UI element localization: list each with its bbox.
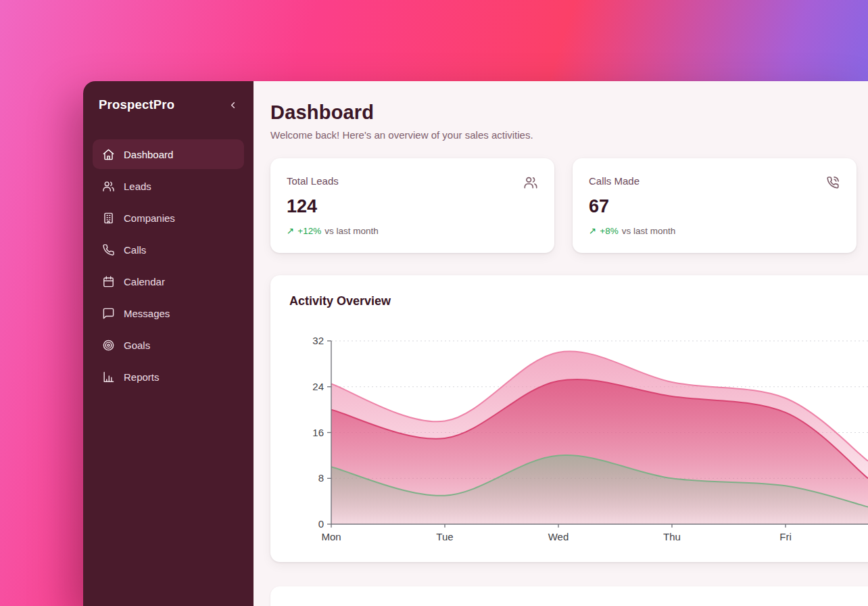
sidebar-item-label: Calendar (124, 276, 165, 287)
sidebar: ProspectPro Dashboard Leads Companies Ca… (83, 81, 254, 606)
x-tick-label: Wed (548, 531, 569, 542)
phone-icon (102, 243, 115, 256)
sidebar-header: ProspectPro (93, 96, 244, 114)
y-tick-label: 8 (318, 472, 324, 484)
trend-period: vs last month (324, 226, 379, 236)
page-subtitle: Welcome back! Here's an overview of your… (270, 129, 868, 141)
sidebar-item-label: Leads (124, 181, 151, 192)
sidebar-item-label: Reports (124, 371, 160, 383)
partially-visible-card (270, 586, 868, 606)
stat-trend: ↗ +12% vs last month (287, 225, 538, 236)
x-tick-label: Fri (779, 531, 792, 542)
app-logo: ProspectPro (99, 97, 174, 112)
trend-up-icon: ↗ (287, 225, 294, 236)
main-content: Dashboard Welcome back! Here's an overvi… (254, 81, 868, 606)
stat-value: 124 (287, 196, 538, 217)
stat-label: Total Leads (287, 175, 339, 187)
sidebar-nav: Dashboard Leads Companies Calls Calendar… (93, 139, 244, 392)
sidebar-item-reports[interactable]: Reports (93, 362, 244, 392)
trend-up-icon: ↗ (589, 225, 596, 236)
sidebar-item-label: Companies (124, 212, 175, 224)
sidebar-item-dashboard[interactable]: Dashboard (93, 139, 244, 169)
sidebar-item-companies[interactable]: Companies (93, 203, 244, 233)
stat-trend: ↗ +8% vs last month (589, 225, 840, 236)
users-icon (523, 175, 538, 190)
users-icon (102, 180, 115, 193)
y-tick-label: 32 (312, 335, 324, 346)
y-tick-label: 0 (318, 518, 324, 530)
chart-title: Activity Overview (289, 294, 868, 308)
y-tick-label: 24 (312, 381, 324, 392)
sidebar-item-label: Goals (124, 340, 150, 351)
calendar-icon (102, 275, 115, 288)
sidebar-item-goals[interactable]: Goals (93, 330, 244, 360)
sidebar-item-leads[interactable]: Leads (93, 171, 244, 201)
trend-value: +8% (600, 226, 618, 236)
x-tick-label: Mon (321, 531, 341, 542)
trend-value: +12% (297, 226, 321, 236)
activity-chart: 08162432MonTueWedThuFri (289, 317, 868, 550)
stats-row: Total Leads 124 ↗ +12% vs last month Cal… (270, 158, 868, 253)
page-title: Dashboard (270, 101, 868, 124)
stat-card-total-leads: Total Leads 124 ↗ +12% vs last month (270, 158, 554, 253)
y-tick-label: 16 (312, 427, 324, 438)
sidebar-collapse-button[interactable] (225, 97, 240, 112)
stat-card-calls-made: Calls Made 67 ↗ +8% vs last month (573, 158, 857, 253)
building-icon (102, 212, 115, 225)
stat-label: Calls Made (589, 175, 640, 187)
target-icon (102, 339, 115, 352)
sidebar-item-label: Dashboard (124, 149, 173, 160)
stat-value: 67 (589, 196, 840, 217)
sidebar-item-calls[interactable]: Calls (93, 235, 244, 264)
phone-call-icon (825, 175, 840, 190)
x-tick-label: Tue (436, 531, 453, 542)
trend-period: vs last month (622, 226, 676, 236)
sidebar-item-label: Messages (124, 308, 170, 319)
x-tick-label: Thu (663, 531, 681, 542)
sidebar-item-messages[interactable]: Messages (93, 298, 244, 328)
activity-overview-card: Activity Overview 08162432MonTueWedThuFr… (270, 275, 868, 562)
bar-chart-icon (102, 371, 115, 383)
app-window: ProspectPro Dashboard Leads Companies Ca… (83, 81, 868, 606)
home-icon (102, 148, 115, 161)
sidebar-item-label: Calls (124, 244, 146, 256)
chevron-left-icon (228, 100, 238, 110)
sidebar-item-calendar[interactable]: Calendar (93, 266, 244, 296)
message-square-icon (102, 307, 115, 320)
